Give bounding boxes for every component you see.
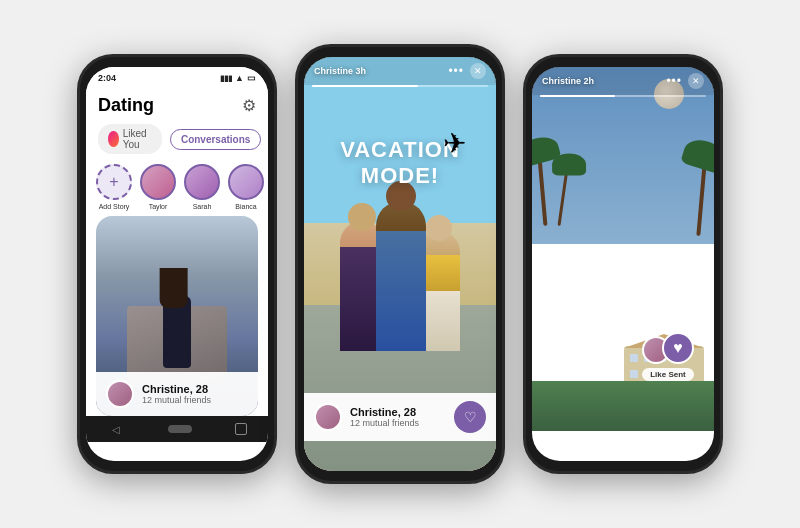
story-bianca[interactable]: Bianca [228,164,264,210]
profile-photo-area [127,256,227,386]
battery-icon: ▭ [247,73,256,83]
like-sent-label: Like Sent [642,368,694,381]
status-icons: ▮▮▮ ▲ ▭ [220,73,256,83]
tabs-row: Liked You Conversations [86,120,268,160]
story-progress-fill [312,85,418,87]
story-profile-name: Christine, 28 [350,406,419,418]
story-taylor-label: Taylor [149,203,168,210]
window-1 [630,354,638,362]
story-bottom-bar: Christine, 28 12 mutual friends ♡ [304,393,496,441]
resort-palms [532,146,714,343]
app-title: Dating [98,95,154,116]
friends-group [330,191,470,351]
story-header-3: Christine 2h ••• ✕ [532,67,714,95]
stories-row: + Add Story Taylor Sarah Bianca [86,160,268,216]
story-sarah[interactable]: Sarah [184,164,220,210]
story-big-text: VACATION MODE! [304,137,496,189]
nav-bar-1: ◁ [86,416,268,442]
wifi-icon: ▲ [235,73,244,83]
time-display: 2:04 [98,73,116,83]
palm-left [537,146,548,226]
story-bianca-label: Bianca [235,203,256,210]
liked-you-label: Liked You [123,128,152,150]
story-close-button[interactable]: ✕ [470,63,486,79]
heart-icon: ♡ [464,409,477,425]
friend-1-head [348,203,376,231]
story-more-icon-3[interactable]: ••• [666,74,682,88]
story-add-circle: + [96,164,132,200]
story-add-label: Add Story [99,203,130,210]
figure-hair [160,268,188,308]
status-bar-1: 2:04 ▮▮▮ ▲ ▭ [86,67,268,89]
story-add[interactable]: + Add Story [96,164,132,210]
profile-mini-avatar [106,380,134,408]
story-bottom-info: Christine, 28 12 mutual friends [350,406,419,428]
tab-conversations[interactable]: Conversations [170,129,261,150]
like-sent-overlay: ♥ Like Sent [642,332,694,381]
palm-center-leaves [552,153,586,175]
story-like-button[interactable]: ♡ [454,401,486,433]
story-avatar-sarah [184,164,220,200]
home-button-1[interactable] [168,425,192,433]
plus-icon: + [109,173,118,191]
phone-2: VACATION MODE! ✈ Christine 3h ••• ✕ [295,44,505,484]
dating-header: Dating ⚙ [86,89,268,120]
profile-name: Christine, 28 [142,383,211,395]
lawn-area [532,381,714,431]
friend-3-head [426,215,452,241]
profile-info-bar: Christine, 28 12 mutual friends [96,372,258,416]
story-text-overlay: VACATION MODE! [304,137,496,189]
profile-details: Christine, 28 12 mutual friends [142,383,211,405]
phone-3: Christine 2h ••• ✕ ♥ [523,54,723,474]
story-bottom-left: Christine, 28 12 mutual friends [314,403,419,431]
story-progress-fill-3 [540,95,615,97]
story-taylor[interactable]: Taylor [140,164,176,210]
story-progress-bar-3 [540,95,706,97]
story-avatar-bianca [228,164,264,200]
story-profile-avatar [314,403,342,431]
palm-center [557,161,569,226]
window-4 [630,370,638,378]
story-progress-bar [312,85,488,87]
airplane-emoji: ✈ [443,127,466,160]
story-profile-mutual: 12 mutual friends [350,418,419,428]
back-button-1[interactable]: ◁ [107,420,125,438]
resort-screen: Christine 2h ••• ✕ ♥ [532,67,714,461]
profile-card[interactable]: Christine, 28 12 mutual friends [96,216,258,416]
friend-group-visual [340,201,460,351]
story-header-right: ••• ✕ [448,63,486,79]
conversations-label: Conversations [181,134,250,145]
story-close-button-3[interactable]: ✕ [688,73,704,89]
like-sent-avatars: ♥ [642,332,694,364]
profile-mutual: 12 mutual friends [142,395,211,405]
palm-right [696,151,707,236]
story-header-right-3: ••• ✕ [666,73,704,89]
story-name-time-3: Christine 2h [542,76,594,86]
story-more-icon[interactable]: ••• [448,64,464,78]
gear-icon[interactable]: ⚙ [242,96,256,115]
phone-1: 2:04 ▮▮▮ ▲ ▭ Dating ⚙ Liked You Conversa… [77,54,277,474]
like-sent-heart: ♥ [662,332,694,364]
story-screen: VACATION MODE! ✈ Christine 3h ••• ✕ [304,57,496,471]
liked-avatar [108,131,119,147]
heart-filled-icon: ♥ [673,339,683,357]
recents-button-1[interactable] [235,423,247,435]
friend-2 [376,201,426,351]
story-sarah-label: Sarah [193,203,212,210]
tab-liked-you[interactable]: Liked You [98,124,162,154]
story-avatar-taylor [140,164,176,200]
story-header-2: Christine 3h ••• ✕ [304,57,496,85]
story-name-time-2: Christine 3h [314,66,366,76]
